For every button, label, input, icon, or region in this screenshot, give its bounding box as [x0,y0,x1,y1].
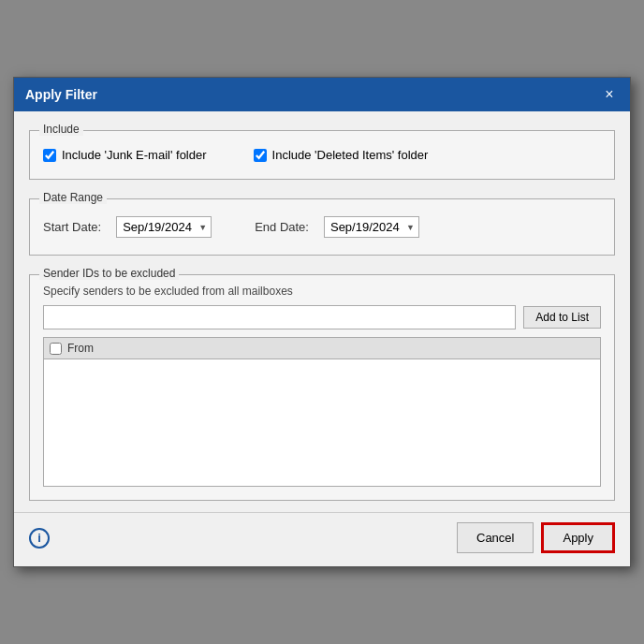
date-range-row: Start Date: Sep/19/2024 End Date: Sep/19… [43,209,601,242]
junk-email-label: Include 'Junk E-mail' folder [62,148,207,162]
sender-list: From [43,337,601,487]
date-range-legend: Date Range [39,191,107,204]
include-legend: Include [39,123,83,136]
include-group: Include Include 'Junk E-mail' folder Inc… [29,130,615,180]
dialog-titlebar: Apply Filter × [14,78,630,111]
deleted-items-label: Include 'Deleted Items' folder [272,148,429,162]
sender-text-input[interactable] [43,305,516,329]
apply-button[interactable]: Apply [541,522,615,553]
dialog-footer: i Cancel Apply [14,512,630,566]
dialog-body: Include Include 'Junk E-mail' folder Inc… [14,111,630,512]
junk-email-checkbox[interactable] [43,149,56,162]
sender-ids-group: Sender IDs to be excluded Specify sender… [29,274,615,501]
sender-ids-legend: Sender IDs to be excluded [39,267,179,280]
include-row: Include 'Junk E-mail' folder Include 'De… [43,140,601,166]
sender-description: Specify senders to be excluded from all … [43,285,601,298]
date-range-group: Date Range Start Date: Sep/19/2024 End D… [29,198,615,256]
deleted-items-checkbox-label[interactable]: Include 'Deleted Items' folder [254,148,429,162]
info-icon[interactable]: i [29,528,50,549]
sender-list-header-checkbox[interactable] [50,343,62,355]
end-date-wrapper: Sep/19/2024 [324,216,419,238]
end-date-select[interactable]: Sep/19/2024 [324,216,419,238]
start-date-select[interactable]: Sep/19/2024 [116,216,212,238]
junk-email-checkbox-label[interactable]: Include 'Junk E-mail' folder [43,148,207,162]
close-button[interactable]: × [600,85,619,104]
deleted-items-checkbox[interactable] [254,149,267,162]
end-date-label: End Date: [255,220,309,234]
start-date-wrapper: Sep/19/2024 [116,216,212,238]
sender-list-header: From [44,338,600,359]
dialog-title: Apply Filter [25,87,97,102]
footer-buttons: Cancel Apply [457,522,615,553]
cancel-button[interactable]: Cancel [457,522,534,553]
add-to-list-button[interactable]: Add to List [523,306,601,329]
sender-input-row: Add to List [43,305,601,329]
apply-filter-dialog: Apply Filter × Include Include 'Junk E-m… [13,77,631,567]
start-date-label: Start Date: [43,220,101,234]
from-column-header: From [67,342,570,355]
